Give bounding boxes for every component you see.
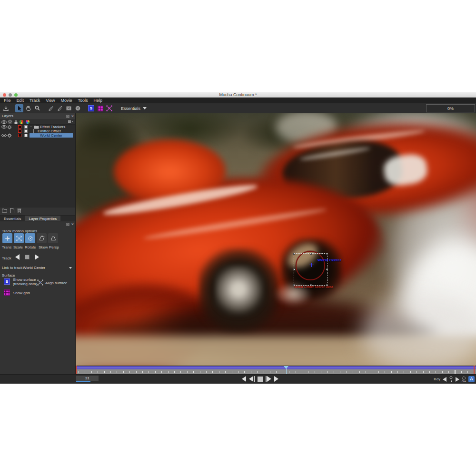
eye-icon[interactable] <box>1 125 7 129</box>
pin-icon[interactable] <box>66 115 69 118</box>
translation-button[interactable] <box>2 233 12 243</box>
show-surface-icon[interactable]: S <box>87 104 95 112</box>
track-stop-button[interactable] <box>25 255 30 259</box>
tab-essentials[interactable]: Essentials <box>0 216 25 221</box>
show-grid-label[interactable]: Show grid <box>13 291 30 295</box>
menu-file[interactable]: File <box>1 98 14 103</box>
perspective-button[interactable] <box>48 233 58 243</box>
edit-spline-tool-icon[interactable] <box>56 104 64 112</box>
pointer-tool-icon[interactable] <box>15 104 23 112</box>
next-keyframe-button[interactable] <box>456 377 459 382</box>
delete-box-icon[interactable] <box>65 104 73 112</box>
delete-all-keyframes-button[interactable]: ALL <box>462 377 466 382</box>
handle[interactable] <box>293 268 295 270</box>
layer-row-world-center[interactable]: World Center <box>0 133 75 138</box>
lock-column-icon[interactable] <box>14 120 18 124</box>
add-point-tool-icon[interactable]: x <box>47 104 55 112</box>
out-point-marker[interactable] <box>474 366 475 374</box>
step-back-button[interactable] <box>249 376 255 382</box>
step-forward-button[interactable] <box>266 376 271 382</box>
new-layer-icon[interactable] <box>10 208 14 213</box>
menu-movie[interactable]: Movie <box>58 98 75 103</box>
current-frame-field[interactable]: 31 <box>76 376 99 381</box>
menu-view[interactable]: View <box>43 98 58 103</box>
save-icon[interactable] <box>2 104 10 112</box>
timeline[interactable] <box>76 366 476 374</box>
layer-anchor-crosshair[interactable] <box>309 265 314 265</box>
timeline-range-bar[interactable] <box>76 366 476 369</box>
zoom-tool-icon[interactable] <box>33 104 41 112</box>
menu-edit[interactable]: Edit <box>14 98 27 103</box>
show-surface-label[interactable]: Show surface (tracking data) <box>13 278 37 286</box>
track-backwards-button[interactable] <box>15 254 20 260</box>
triangle-right-icon <box>267 376 271 382</box>
layer-color-chip[interactable] <box>18 134 21 137</box>
svg-text:x: x <box>52 105 53 108</box>
previous-keyframe-button[interactable] <box>443 377 446 382</box>
window-title: Mocha Continuum * <box>0 92 476 98</box>
skew-label: Skew <box>39 245 48 249</box>
timeline-ruler[interactable] <box>76 369 476 374</box>
menu-tools[interactable]: Tools <box>75 98 91 103</box>
front-wheel-rim-shape <box>215 265 264 316</box>
autokey-button[interactable]: A <box>468 376 475 382</box>
layer-list: − Effect Trackers Emitter Offset World C… <box>0 125 75 208</box>
stop-button[interactable] <box>258 377 263 382</box>
new-group-icon[interactable] <box>2 208 7 213</box>
delete-layer-trash-icon[interactable] <box>17 208 21 213</box>
close-panel-icon[interactable] <box>71 222 74 226</box>
add-keyframe-key-icon[interactable] <box>449 376 453 382</box>
group-expander[interactable]: − <box>30 125 32 129</box>
ruler-major-tick <box>455 370 456 374</box>
selected-layer-label[interactable]: World Center <box>30 133 73 138</box>
layer-checkbox[interactable] <box>24 125 28 129</box>
fill-color-icon[interactable] <box>26 120 30 124</box>
layer-color-chip[interactable] <box>18 125 21 129</box>
layer-row-effect-trackers[interactable]: − Effect Trackers <box>0 125 75 129</box>
play-button[interactable] <box>274 376 278 382</box>
show-surface-icon[interactable]: S <box>4 278 10 285</box>
tab-layer-properties[interactable]: Layer Properties <box>25 216 60 221</box>
workspace-preset-dropdown[interactable]: Essentials <box>119 105 149 112</box>
handle[interactable] <box>310 253 312 255</box>
menu-help[interactable]: Help <box>91 98 106 103</box>
layer-checkbox[interactable] <box>24 134 28 137</box>
handle[interactable] <box>326 253 328 255</box>
show-grid-icon[interactable] <box>96 104 104 112</box>
track-forward-button[interactable] <box>35 254 39 260</box>
triangle-left-icon <box>249 376 253 382</box>
pin-icon[interactable] <box>66 223 69 226</box>
handle[interactable] <box>293 253 295 255</box>
layer-color-chip[interactable] <box>18 129 21 133</box>
titlebar: Mocha Continuum * <box>0 92 476 98</box>
align-surface-icon[interactable] <box>105 104 113 112</box>
in-point-marker[interactable] <box>76 366 77 374</box>
show-grid-icon[interactable] <box>4 289 10 296</box>
shear-button[interactable] <box>37 233 47 243</box>
layer-row-emitter-offset[interactable]: Emitter Offset <box>0 129 75 133</box>
layer-list-menu-icon[interactable] <box>68 120 73 124</box>
gear-icon[interactable] <box>7 133 12 138</box>
pan-tool-icon[interactable] <box>24 104 32 112</box>
menu-track[interactable]: Track <box>27 98 43 103</box>
layer-checkbox[interactable] <box>24 129 28 133</box>
eye-icon[interactable] <box>1 134 7 137</box>
align-surface-label[interactable]: Align surface <box>45 281 67 285</box>
spline-color-icon[interactable] <box>20 120 23 124</box>
rotation-button[interactable] <box>25 233 35 243</box>
chevron-down-icon[interactable] <box>69 267 72 269</box>
delete-point-icon[interactable] <box>74 104 82 112</box>
playhead-handle[interactable] <box>284 366 288 369</box>
process-column-gear-icon[interactable] <box>8 119 12 124</box>
align-surface-icon[interactable] <box>37 279 43 286</box>
link-to-track-value[interactable]: World Center <box>23 266 45 270</box>
handle[interactable] <box>326 268 328 270</box>
scale-button[interactable] <box>14 233 24 243</box>
close-panel-icon[interactable] <box>71 114 74 118</box>
layer-label[interactable]: Effect Trackers <box>40 125 65 129</box>
play-backwards-button[interactable] <box>242 376 246 382</box>
visibility-column-eye-icon[interactable] <box>1 120 7 124</box>
bar-icon <box>254 376 255 382</box>
layer-label[interactable]: Emitter Offset <box>38 129 61 133</box>
viewport[interactable]: World Center World Center Search Area <box>76 113 476 366</box>
